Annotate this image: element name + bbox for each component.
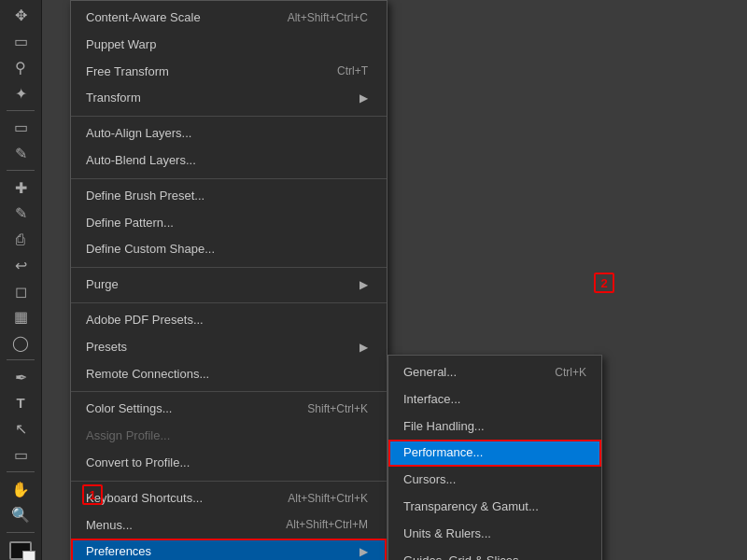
tool-heal[interactable]: ✚ — [7, 175, 35, 200]
tool-history[interactable]: ↩ — [7, 253, 35, 277]
menu-item-color-settings[interactable]: Color Settings...Shift+Ctrl+K — [71, 396, 387, 423]
menu-item-label-keyboard-shortcuts: Keyboard Shortcuts... — [86, 489, 203, 509]
menu-shortcut-menus: Alt+Shift+Ctrl+M — [286, 516, 368, 534]
preferences-submenu: General...Ctrl+KInterface...File Handlin… — [388, 355, 602, 560]
tool-clone[interactable]: ⎙ — [7, 228, 35, 252]
menu-item-label-presets: Presets — [86, 338, 127, 357]
tool-divider-5 — [7, 532, 35, 533]
submenu-label-interface: Interface... — [403, 390, 460, 410]
menu-item-presets[interactable]: Presets▶ — [71, 334, 387, 361]
menu-item-label-preferences: Preferences — [86, 542, 151, 560]
main-dropdown-menu: Content-Aware ScaleAlt+Shift+Ctrl+CPuppe… — [70, 0, 388, 560]
menu-item-label-purge: Purge — [86, 275, 119, 295]
step-badge-1: 1 — [82, 484, 103, 505]
menu-item-label-free-transform: Free Transform — [86, 63, 169, 82]
menu-item-label-puppet-warp: Puppet Warp — [86, 35, 156, 55]
menu-item-adobe-pdf[interactable]: Adobe PDF Presets... — [71, 307, 387, 334]
menu-arrow-presets: ▶ — [359, 339, 368, 357]
menu-item-label-convert-to-profile: Convert to Profile... — [86, 454, 190, 473]
menu-item-label-color-settings: Color Settings... — [86, 399, 173, 419]
menu-item-label-assign-profile: Assign Profile... — [86, 427, 170, 446]
menu-item-define-custom-shape[interactable]: Define Custom Shape... — [71, 236, 387, 263]
menu-item-puppet-warp[interactable]: Puppet Warp — [71, 32, 387, 59]
tool-divider-4 — [7, 471, 35, 472]
menu-shortcut-free-transform: Ctrl+T — [337, 63, 368, 80]
menu-item-preferences[interactable]: Preferences▶ — [71, 539, 387, 560]
tool-eyedropper[interactable]: ✎ — [7, 142, 35, 166]
menu-item-label-auto-align: Auto-Align Layers... — [86, 124, 191, 144]
menu-item-free-transform[interactable]: Free TransformCtrl+T — [71, 59, 387, 86]
tool-divider-2 — [7, 170, 35, 171]
menu-item-convert-to-profile[interactable]: Convert to Profile... — [71, 450, 387, 477]
submenu-item-cursors[interactable]: Cursors... — [388, 467, 601, 494]
menu-item-label-define-pattern: Define Pattern... — [86, 214, 174, 233]
menu-separator-after-transform — [71, 116, 387, 117]
menu-item-remote-connections[interactable]: Remote Connections... — [71, 361, 387, 388]
menu-item-label-auto-blend: Auto-Blend Layers... — [86, 151, 196, 171]
menu-separator-after-auto-blend — [71, 178, 387, 179]
submenu-label-guides-grid: Guides, Grid & Slices... — [403, 552, 529, 560]
tool-pen[interactable]: ✒ — [7, 365, 35, 389]
submenu-item-interface[interactable]: Interface... — [388, 386, 601, 413]
menu-item-transform[interactable]: Transform▶ — [71, 85, 387, 112]
tool-hand[interactable]: ✋ — [7, 477, 35, 501]
menu-item-content-aware-scale[interactable]: Content-Aware ScaleAlt+Shift+Ctrl+C — [71, 5, 387, 32]
submenu-label-transparency-gamut: Transparency & Gamut... — [403, 497, 539, 517]
tool-zoom[interactable]: 🔍 — [7, 503, 35, 527]
tool-divider-3 — [7, 359, 35, 360]
tool-brush[interactable]: ✎ — [7, 202, 35, 226]
menu-separator-after-purge — [71, 302, 387, 303]
menu-separator-after-convert-to-profile — [71, 481, 387, 482]
submenu-label-cursors: Cursors... — [403, 470, 456, 490]
menu-separator-after-remote-connections — [71, 391, 387, 392]
tool-magic-wand[interactable]: ✦ — [7, 81, 35, 105]
tool-move[interactable]: ✥ — [7, 4, 35, 28]
submenu-shortcut-general: Ctrl+K — [555, 364, 586, 382]
menu-item-keyboard-shortcuts[interactable]: Keyboard Shortcuts...Alt+Shift+Ctrl+K — [71, 485, 387, 512]
step-badge-2: 2 — [594, 273, 614, 293]
menu-item-purge[interactable]: Purge▶ — [71, 272, 387, 299]
menu-item-label-define-custom-shape: Define Custom Shape... — [86, 240, 215, 259]
tool-lasso[interactable]: ⚲ — [7, 55, 35, 79]
menu-arrow-purge: ▶ — [359, 276, 368, 294]
menu-item-label-remote-connections: Remote Connections... — [86, 365, 209, 385]
tool-divider-1 — [7, 110, 35, 111]
submenu-label-units-rulers: Units & Rulers... — [403, 525, 491, 544]
menu-item-label-define-brush: Define Brush Preset... — [86, 187, 204, 206]
tool-shape[interactable]: ▭ — [7, 443, 35, 468]
submenu-label-performance: Performance... — [403, 443, 483, 463]
menu-item-menus[interactable]: Menus...Alt+Shift+Ctrl+M — [71, 512, 387, 539]
foreground-color[interactable] — [9, 541, 32, 560]
submenu-item-general[interactable]: General...Ctrl+K — [388, 359, 601, 386]
submenu-item-file-handling[interactable]: File Handling... — [388, 413, 601, 441]
tool-path-select[interactable]: ↖ — [7, 417, 35, 441]
tool-gradient[interactable]: ▦ — [7, 305, 35, 329]
menu-item-auto-blend[interactable]: Auto-Blend Layers... — [71, 147, 387, 175]
menu-shortcut-content-aware-scale: Alt+Shift+Ctrl+C — [288, 9, 368, 27]
menu-arrow-preferences: ▶ — [359, 543, 368, 560]
menu-item-auto-align[interactable]: Auto-Align Layers... — [71, 120, 387, 147]
tool-crop[interactable]: ▭ — [7, 116, 35, 140]
submenu-item-performance[interactable]: Performance... — [388, 440, 601, 467]
menu-item-label-transform: Transform — [86, 89, 141, 108]
submenu-item-units-rulers[interactable]: Units & Rulers... — [388, 521, 601, 548]
menu-item-label-content-aware-scale: Content-Aware Scale — [86, 8, 201, 28]
menu-item-assign-profile[interactable]: Assign Profile... — [71, 423, 387, 450]
submenu-item-guides-grid[interactable]: Guides, Grid & Slices... — [388, 548, 601, 560]
submenu-item-transparency-gamut[interactable]: Transparency & Gamut... — [388, 494, 601, 521]
menu-item-define-pattern[interactable]: Define Pattern... — [71, 210, 387, 237]
menu-arrow-transform: ▶ — [359, 90, 368, 107]
menu-separator-after-define-custom-shape — [71, 267, 387, 268]
menu-item-label-menus: Menus... — [86, 516, 133, 536]
menu-shortcut-color-settings: Shift+Ctrl+K — [307, 400, 368, 418]
menu-shortcut-keyboard-shortcuts: Alt+Shift+Ctrl+K — [288, 490, 368, 508]
tool-type[interactable]: T — [7, 391, 35, 415]
toolbar: ✥ ▭ ⚲ ✦ ▭ ✎ ✚ ✎ ⎙ ↩ ◻ ▦ ◯ ✒ T ↖ ▭ ✋ 🔍 — [0, 0, 42, 560]
menu-item-define-brush[interactable]: Define Brush Preset... — [71, 183, 387, 210]
submenu-label-general: General... — [403, 363, 457, 383]
menu-item-label-adobe-pdf: Adobe PDF Presets... — [86, 311, 204, 330]
tool-select-rect[interactable]: ▭ — [7, 30, 35, 54]
tool-dodge[interactable]: ◯ — [7, 331, 35, 356]
tool-eraser[interactable]: ◻ — [7, 279, 35, 303]
submenu-label-file-handling: File Handling... — [403, 417, 485, 437]
